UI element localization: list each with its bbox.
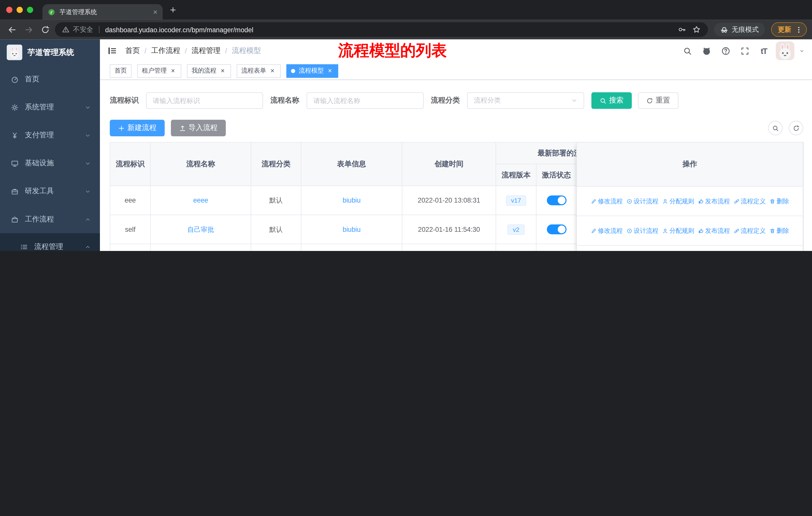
action-design-link[interactable]: 设计流程 [626, 197, 659, 206]
import-process-button[interactable]: 导入流程 [171, 120, 226, 136]
forward-icon [24, 25, 33, 34]
tag-item[interactable]: 首页 [110, 64, 132, 77]
link-icon [733, 228, 739, 234]
tab-title: 芋道管理系统 [60, 7, 149, 17]
sidebar-item-infrastructure[interactable]: 基础设施 [0, 150, 100, 178]
table-toolbar: 新建流程 导入流程 [110, 120, 803, 136]
action-assign-rule-link[interactable]: 分配规则 [662, 226, 694, 235]
create-process-button[interactable]: 新建流程 [110, 120, 165, 136]
action-definition-link[interactable]: 流程定义 [733, 197, 766, 206]
close-window-button[interactable] [6, 7, 12, 13]
form-info-link[interactable]: biubiu [343, 225, 360, 233]
trash-icon [769, 198, 775, 204]
process-name-input[interactable] [307, 92, 424, 109]
action-delete-link[interactable]: 删除 [769, 226, 789, 235]
process-table: 流程标识 流程名称 流程分类 表单信息 创建时间 最新部署的流程定义 流程版 [110, 142, 803, 251]
sidebar-item-label: 研发工具 [25, 187, 54, 196]
sidebar-item-devtools[interactable]: 研发工具 [0, 178, 100, 205]
process-name-link[interactable]: 自己审批 [187, 225, 214, 233]
sidebar-item-home[interactable]: 首页 [0, 65, 100, 93]
sidebar-toggle-button[interactable] [108, 46, 117, 55]
tag-item[interactable]: 我的流程× [187, 64, 231, 77]
sidebar-item-payment[interactable]: 支付管理 [0, 121, 100, 149]
help-icon[interactable] [719, 44, 732, 57]
passwords-key-icon[interactable] [678, 25, 686, 34]
active-toggle[interactable] [547, 224, 566, 234]
app-logo[interactable]: 芋道管理系统 [0, 39, 100, 65]
incognito-label: 无痕模式 [732, 25, 759, 34]
github-icon[interactable] [700, 44, 713, 57]
action-definition-link[interactable]: 流程定义 [733, 226, 766, 235]
active-toggle[interactable] [547, 195, 566, 205]
col-header-actions: 操作 [577, 142, 803, 187]
assign-icon [662, 228, 668, 234]
toggle-search-button[interactable] [768, 121, 783, 135]
sidebar-item-system[interactable]: 系统管理 [0, 93, 100, 121]
action-modify-link[interactable]: 修改流程 [590, 197, 623, 206]
divider [99, 26, 99, 33]
avatar-image [776, 43, 794, 60]
search-icon[interactable] [680, 44, 694, 57]
new-tab-button[interactable]: + [166, 2, 180, 17]
minimize-window-button[interactable] [17, 7, 23, 13]
filter-category: 流程分类 流程分类 [431, 92, 584, 109]
toggle-knob [557, 196, 565, 204]
tag-item[interactable]: 租户管理× [137, 64, 181, 77]
reload-button[interactable] [38, 23, 52, 36]
tag-close-icon[interactable]: × [269, 67, 276, 74]
update-button[interactable]: 更新 [771, 22, 807, 37]
refresh-table-button[interactable] [789, 121, 803, 135]
breadcrumb-item[interactable]: 工作流程 [151, 46, 180, 55]
process-name-link[interactable]: eeee [193, 196, 208, 204]
table-tools [768, 121, 803, 135]
col-header-active: 激活状态 [536, 164, 576, 186]
reset-button-label: 重置 [656, 96, 670, 105]
form-info-link[interactable]: biubiu [343, 196, 360, 204]
address-bar[interactable]: 不安全 dashboard.yudao.iocoder.cn/bpm/manag… [55, 22, 708, 37]
tag-close-icon[interactable]: × [326, 67, 334, 74]
cell-process-key: self [110, 215, 150, 244]
chevron-up-icon [85, 244, 91, 250]
tag-close-icon[interactable]: × [219, 67, 226, 74]
version-badge[interactable]: v2 [508, 224, 525, 235]
back-button[interactable] [5, 23, 19, 36]
sidebar-item-label: 支付管理 [25, 131, 54, 140]
action-publish-link[interactable]: 发布流程 [698, 226, 730, 235]
version-badge[interactable]: v17 [506, 195, 526, 206]
fullscreen-icon[interactable] [738, 44, 751, 57]
font-size-icon[interactable]: tT [757, 44, 771, 57]
forward-button[interactable] [22, 23, 35, 36]
action-assign-rule-link[interactable]: 分配规则 [662, 197, 694, 206]
process-key-input[interactable] [146, 92, 263, 109]
tag-close-icon[interactable]: × [169, 67, 177, 74]
chevron-down-icon [571, 98, 577, 104]
reset-button[interactable]: 重置 [638, 92, 678, 109]
action-delete-link[interactable]: 删除 [769, 197, 789, 206]
zoom-window-button[interactable] [27, 7, 33, 13]
breadcrumb-item[interactable]: 流程管理 [192, 46, 221, 55]
assign-icon [662, 198, 668, 204]
browser-menu-icon[interactable] [795, 26, 803, 33]
sidebar-item-process-manage[interactable]: 流程管理 [0, 233, 100, 251]
sidebar-item-workflow[interactable]: 工作流程 [0, 205, 100, 233]
category-select[interactable]: 流程分类 [467, 92, 584, 109]
action-publish-link[interactable]: 发布流程 [698, 197, 730, 206]
sidebar-item-label: 工作流程 [25, 215, 54, 224]
search-button[interactable]: 搜索 [591, 92, 632, 109]
action-modify-link[interactable]: 修改流程 [590, 226, 623, 235]
tag-item[interactable]: 流程表单× [237, 64, 281, 77]
avatar[interactable] [776, 42, 794, 60]
tab-close-icon[interactable]: × [153, 8, 157, 16]
back-icon [7, 25, 17, 34]
tab-strip: 芋道管理系统 × + [0, 0, 812, 20]
site-favicon-icon [48, 8, 55, 16]
bookmark-star-icon[interactable] [692, 25, 701, 34]
tag-item[interactable]: 流程模型× [286, 64, 338, 77]
browser-tab[interactable]: 芋道管理系统 × [42, 4, 163, 20]
security-warning-icon[interactable] [62, 26, 69, 33]
filter-bar: 流程标识 流程名称 流程分类 流程分类 [110, 92, 803, 109]
breadcrumb-item[interactable]: 首页 [125, 46, 140, 55]
action-design-link[interactable]: 设计流程 [626, 226, 659, 235]
bunny-logo-icon [8, 46, 21, 59]
avatar-caret-icon[interactable] [800, 48, 805, 53]
